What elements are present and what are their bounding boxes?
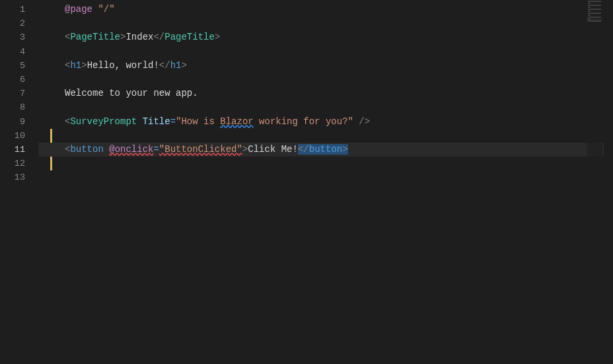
line-number: 4 [0, 45, 25, 59]
razor-directive-error: @onclick [109, 144, 153, 155]
line-number: 12 [0, 157, 25, 170]
minimap[interactable] [587, 0, 602, 364]
code-line[interactable]: <SurveyPrompt Title="How is Blazor worki… [38, 115, 613, 129]
line-number: 10 [0, 129, 25, 143]
angle-open-slash: </ [153, 32, 164, 42]
code-line-empty[interactable] [38, 17, 613, 30]
self-close: /> [359, 116, 370, 127]
string-literal: working for you?" [254, 116, 353, 127]
vertical-scrollbar[interactable] [604, 0, 613, 364]
line-number: 9 [0, 115, 25, 129]
angle-open-slash: </ [159, 60, 170, 71]
string-literal-info: Blazor [220, 116, 253, 127]
plain-text: Welcome to your new app. [65, 88, 198, 98]
modified-indicator [50, 157, 52, 170]
code-line[interactable]: Welcome to your new app. [38, 87, 613, 100]
line-number: 2 [0, 17, 25, 30]
code-line-empty[interactable] [38, 170, 613, 184]
code-line-empty[interactable] [38, 100, 613, 114]
line-number: 13 [0, 170, 25, 184]
string-literal: "/" [98, 4, 114, 15]
space [104, 144, 109, 155]
line-number: 8 [0, 100, 25, 114]
angle-close: > [181, 60, 186, 71]
equals: = [170, 116, 176, 127]
html-tag: button [70, 144, 103, 155]
line-number: 7 [0, 87, 25, 100]
line-number-active: 11 [0, 143, 25, 157]
space [137, 116, 142, 127]
code-area[interactable]: @page "/" <PageTitle>Index</PageTitle> <… [38, 0, 613, 364]
tag-text: Index [126, 32, 153, 42]
code-line-empty[interactable] [38, 45, 613, 59]
code-line[interactable]: <PageTitle>Index</PageTitle> [38, 30, 613, 44]
string-literal-error: "ButtonClicked" [159, 144, 242, 155]
line-number: 3 [0, 30, 25, 44]
code-line[interactable]: @page "/" [38, 3, 613, 17]
tag-text: Click Me! [248, 144, 298, 155]
component-tag: PageTitle [70, 32, 120, 42]
tag-text: Hello, world! [87, 60, 159, 71]
line-number: 5 [0, 59, 25, 73]
code-line-active[interactable]: <button @onclick="ButtonClicked">Click M… [38, 143, 613, 157]
code-line-empty[interactable] [38, 129, 613, 143]
closing-tag-selected: </button> [298, 144, 348, 155]
angle-close: > [215, 32, 220, 42]
line-number: 6 [0, 73, 25, 87]
html-tag: h1 [70, 60, 81, 71]
line-number-gutter: 1 2 3 4 5 6 7 8 9 10 11 12 13 [0, 0, 38, 364]
component-tag: SurveyPrompt [70, 116, 137, 127]
line-number: 1 [0, 3, 25, 17]
attribute-name: Title [143, 116, 170, 127]
code-editor[interactable]: 1 2 3 4 5 6 7 8 9 10 11 12 13 @page "/" … [0, 0, 613, 364]
string-literal: "How is [176, 116, 220, 127]
angle-close: > [81, 60, 87, 71]
modified-indicator [50, 129, 52, 143]
component-tag: PageTitle [164, 32, 215, 42]
equals: = [153, 144, 159, 155]
razor-directive: @page [65, 4, 92, 15]
code-line-empty[interactable] [38, 157, 613, 170]
html-tag: h1 [170, 60, 182, 71]
code-line[interactable]: <h1>Hello, world!</h1> [38, 59, 613, 73]
code-line-empty[interactable] [38, 73, 613, 87]
